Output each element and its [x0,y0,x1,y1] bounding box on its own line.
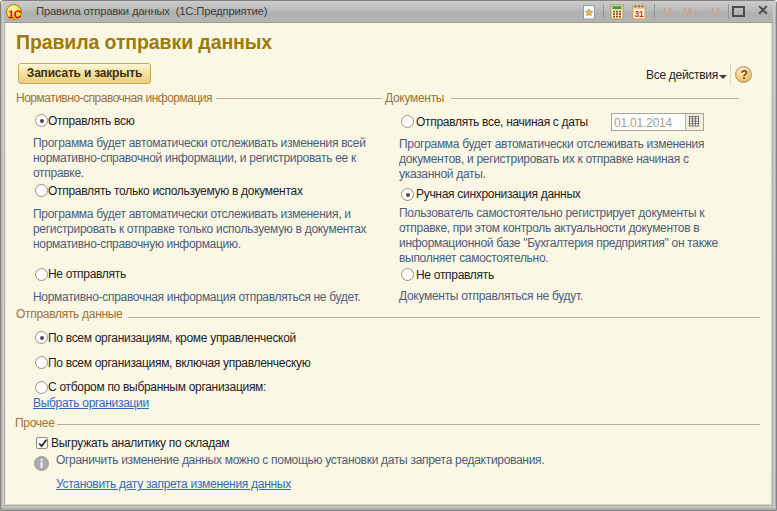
svg-text:1C: 1C [8,8,23,20]
svg-text:31: 31 [635,9,644,19]
